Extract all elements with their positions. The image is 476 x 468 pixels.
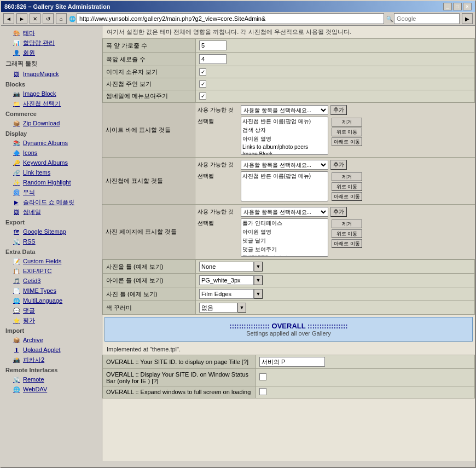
minimize-button[interactable]: _ [443, 3, 452, 10]
stop-button[interactable]: ✕ [30, 13, 40, 24]
sidebar-item-dynamic-albums[interactable]: 📚 Dynamic Albums [1, 138, 102, 148]
sidebar-item-google-sitemap[interactable]: 🗺 Google Sitemap [1, 227, 102, 236]
selected-listbox-site[interactable]: 사진첩 반른 이름(팝업 메뉴) 검색 상자 아이원 열영 Links to a… [241, 117, 328, 155]
photo-frame-dropdown[interactable]: ▼ [254, 262, 263, 271]
sidebar-item-webdav[interactable]: 🌐 WebDAV [1, 384, 102, 394]
sidebar-item-upload-applet[interactable]: ⬆ Upload Applet [1, 345, 102, 355]
sidebar-item-link-items[interactable]: 🔗 Link Items [1, 167, 102, 177]
allocation-icon: 📊 [12, 38, 21, 47]
home-button[interactable]: ⌂ [56, 13, 67, 24]
random-icon: ✨ [12, 178, 21, 187]
thumbnail-menu-checkbox[interactable] [199, 93, 206, 100]
sidebar-item-icons[interactable]: 🔷 Icons [1, 148, 102, 158]
block-label-photo: 사진 페이지에 표시할 것들 [102, 205, 195, 259]
sidebar-item-custom-fields[interactable]: 📝 Custom Fields [1, 256, 102, 266]
comments-icon: 💬 [12, 306, 21, 315]
sidebar-item-remote[interactable]: 📡 Remote [1, 374, 102, 384]
sidebar-item-picasa2[interactable]: 📸 피카사2 [1, 355, 102, 365]
film-frame-input[interactable] [199, 289, 254, 299]
display-block-album: 사진첩에 표시할 것들 사용 가능한 것 사용할 항목을 선택하세요... 추가… [102, 158, 475, 205]
remove-button-album[interactable]: 제거 [332, 172, 362, 181]
table-row: 폭 앞 가로줄 수 [103, 39, 475, 53]
sidebar-item-label: 테마 [23, 29, 35, 37]
status-bar-checkbox[interactable] [259, 373, 266, 380]
site-id-input[interactable] [259, 357, 325, 367]
icon-frame-dropdown[interactable]: ▼ [254, 275, 263, 285]
icon-frame-input[interactable] [199, 275, 254, 285]
up-button-site[interactable]: 위로 이동 [332, 128, 362, 136]
up-button-album[interactable]: 위로 이동 [332, 182, 362, 191]
row-value [196, 78, 475, 90]
close-button[interactable]: × [463, 3, 472, 10]
sidebar-item-allocation[interactable]: 📊 할당량 관리 [1, 38, 102, 48]
icons-icon: 🔷 [12, 148, 21, 157]
fullscreen-checkbox[interactable] [259, 388, 266, 395]
section-header-import: Import [1, 325, 102, 335]
mime-icon: 📄 [12, 286, 21, 295]
block-label-site-bar: 사이트 바에 표시할 것들 [102, 103, 195, 157]
sidebar-item-comments[interactable]: 💬 댓글 [1, 305, 102, 315]
down-button-album[interactable]: 아래로 이동 [332, 192, 362, 201]
sidebar-item-mime-types[interactable]: 📄 MIME Types [1, 286, 102, 296]
sidebar-item-rss[interactable]: 📡 RSS [1, 236, 102, 246]
add-button-site[interactable]: 추가 [330, 105, 347, 115]
refresh-button[interactable]: ↺ [43, 13, 54, 24]
custom-fields-icon: 📝 [12, 257, 21, 265]
maximize-button[interactable]: □ [453, 3, 462, 10]
selected-listbox-photo[interactable]: 플가 인터페이스 아이원 열영 댓글 달기 댓글 보여주기 EXIF/IPTC … [241, 218, 328, 257]
color-dropdown[interactable]: ▼ [237, 303, 246, 313]
row-value [196, 66, 475, 78]
sidebar-item-random-highlight[interactable]: ✨ Random Highlight [1, 177, 102, 187]
available-dropdown-site[interactable]: 사용할 항목을 선택하세요... [241, 105, 328, 115]
sidebar-item-member[interactable]: 👤 회원 [1, 48, 102, 57]
selected-listbox-album[interactable]: 사진첩 반른 이름(팝업 메뉴) [241, 171, 328, 201]
row-label: 사진을 틀 (예제 보기) [103, 260, 196, 274]
row-value: ▼ [196, 301, 475, 315]
image-block-icon: 📷 [12, 89, 21, 98]
picasa-icon: 📸 [12, 355, 21, 364]
address-bar[interactable] [77, 13, 384, 24]
row-label: 사진첩 주인 보기 [103, 78, 196, 90]
sidebar-item-image-block[interactable]: 📷 Image Block [1, 89, 102, 99]
sidebar-item-keyword-albums[interactable]: 🔑 Keyword Albums [1, 158, 102, 167]
down-button-photo[interactable]: 아래로 이동 [332, 239, 362, 248]
up-button-photo[interactable]: 위로 이동 [332, 229, 362, 238]
sidebar-item-label: 무늬 [23, 188, 35, 197]
image-owner-checkbox[interactable] [199, 68, 206, 76]
sidebar-item-getid3[interactable]: 🎵 Getid3 [1, 276, 102, 286]
sidebar-item-theme[interactable]: 🎨 테마 [1, 28, 102, 38]
available-dropdown-album[interactable]: 사용할 항목을 선택하세요... [241, 160, 328, 170]
sidebar-item-label: 댓글 [23, 307, 35, 315]
photo-frame-input[interactable] [199, 262, 254, 271]
rows-input[interactable] [199, 54, 227, 64]
color-input[interactable] [199, 303, 237, 313]
sidebar-item-exif-iptc[interactable]: 📋 EXIF/IPTC [1, 266, 102, 276]
album-owner-checkbox[interactable] [199, 80, 206, 88]
down-button-site[interactable]: 아래로 이동 [332, 137, 362, 146]
sidebar-item-zip-download[interactable]: 📦 Zip Download [1, 118, 102, 128]
forward-button[interactable]: ► [16, 13, 27, 24]
sidebar-item-label: EXIF/IPTC [23, 268, 52, 274]
go-button[interactable]: ▶ [462, 13, 473, 24]
sidebar-item-label: Remote [23, 376, 44, 383]
sidebar-item-mook[interactable]: 🌀 무늬 [1, 187, 102, 197]
add-button-album[interactable]: 추가 [330, 160, 347, 170]
remove-button-photo[interactable]: 제거 [332, 219, 362, 228]
remove-button-site[interactable]: 제거 [332, 118, 362, 126]
sidebar-item-thumbnail[interactable]: 🖼 썸네일 [1, 207, 102, 217]
available-dropdown-photo[interactable]: 사용할 항목을 선택하세요... [241, 207, 328, 217]
sidebar-item-slideshow[interactable]: ▶ 슬라이드 쇼 메플릿 [1, 197, 102, 207]
sidebar-item-ratings[interactable]: ⭐ 평가 [1, 315, 102, 325]
row-value: ▼ [196, 260, 475, 274]
add-button-photo[interactable]: 추가 [330, 207, 347, 217]
search-input[interactable] [394, 13, 460, 24]
table-row: 사진첩 주인 보기 [103, 78, 475, 90]
sidebar-item-imagemagick[interactable]: 🖼 ImageMagick [1, 69, 102, 79]
sidebar-item-photo-chooser[interactable]: 📁 사진첩 선택기 [1, 99, 102, 108]
film-frame-dropdown[interactable]: ▼ [254, 289, 263, 299]
sidebar-item-archive[interactable]: 📦 Archive [1, 335, 102, 345]
sidebar-item-label: 피카사2 [23, 356, 44, 364]
sidebar-item-multilanguage[interactable]: 🌐 MultiLanguage [1, 296, 102, 305]
columns-input[interactable] [199, 41, 227, 50]
back-button[interactable]: ◄ [3, 13, 14, 24]
